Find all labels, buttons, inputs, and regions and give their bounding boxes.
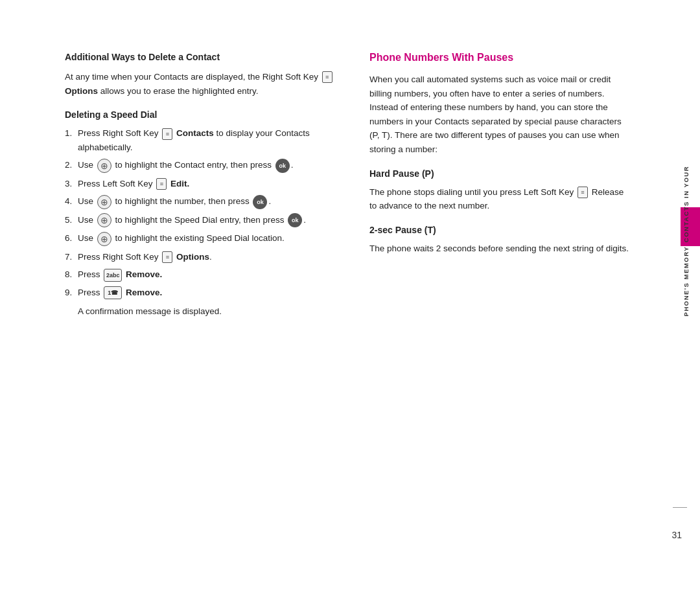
step-num-4: 4. xyxy=(65,194,78,209)
step-8: 8. Press 2abc Remove. xyxy=(65,268,337,282)
subsection-title-speed-dial: Deleting a Speed Dial xyxy=(65,109,337,120)
1oo-icon: 1☎ xyxy=(104,286,122,299)
section-paragraph-delete: At any time when your Contacts are displ… xyxy=(65,70,337,98)
step-num-2: 2. xyxy=(65,158,78,172)
hard-pause-title: Hard Pause (P) xyxy=(369,168,629,179)
nav-icon-4 xyxy=(97,232,111,246)
step-5: 5. Use to highlight the Speed Dial entry… xyxy=(65,213,337,227)
steps-list: 1. Press Right Soft Key Contacts to disp… xyxy=(65,126,337,299)
right-column: Phone Numbers With Pauses When you call … xyxy=(369,52,629,553)
step-content-8: Press 2abc Remove. xyxy=(78,268,337,282)
ok-icon-3: ok xyxy=(288,213,302,227)
step-content-5: Use to highlight the Speed Dial entry, t… xyxy=(78,213,337,227)
two-sec-pause-title: 2-sec Pause (T) xyxy=(369,225,629,235)
step-num-7: 7. xyxy=(65,250,78,264)
step-num-5: 5. xyxy=(65,213,78,227)
step-num-6: 6. xyxy=(65,231,78,245)
soft-key-icon-3 xyxy=(156,178,167,190)
step-9: 9. Press 1☎ Remove. xyxy=(65,286,337,300)
two-sec-pause-paragraph: The phone waits 2 seconds before sending… xyxy=(369,242,629,256)
nav-icon-3 xyxy=(97,213,111,227)
side-divider xyxy=(673,507,687,508)
page-number: 31 xyxy=(671,530,682,540)
step-num-8: 8. xyxy=(65,268,78,282)
soft-key-icon-1 xyxy=(322,71,332,83)
step-7: 7. Press Right Soft Key Options. xyxy=(65,250,337,264)
page-container: Additional Ways to Delete a Contact At a… xyxy=(0,0,700,592)
side-tab-text-line2: PHONE'S MEMORY xyxy=(683,246,690,316)
side-tab-text-line1: CONTACTS IN YOUR xyxy=(683,166,690,242)
step-content-9: Press 1☎ Remove. xyxy=(78,286,337,300)
step-2: 2. Use to highlight the Contact entry, t… xyxy=(65,158,337,172)
step-3: 3. Press Left Soft Key Edit. xyxy=(65,177,337,191)
step-num-9: 9. xyxy=(65,286,78,300)
nav-icon-1 xyxy=(97,159,111,173)
step-4: 4. Use to highlight the number, then pre… xyxy=(65,194,337,209)
step-content-1: Press Right Soft Key Contacts to display… xyxy=(78,126,337,154)
2abc-icon: 2abc xyxy=(104,269,122,282)
step-num-3: 3. xyxy=(65,177,78,191)
phone-numbers-paragraph: When you call automated systems such as … xyxy=(369,73,629,157)
step-num-1: 1. xyxy=(65,126,78,141)
step-content-2: Use to highlight the Contact entry, then… xyxy=(78,158,337,172)
step-content-4: Use to highlight the number, then press … xyxy=(78,194,337,209)
nav-icon-2 xyxy=(97,195,111,209)
side-tab: CONTACTS IN YOUR PHONE'S MEMORY 31 xyxy=(673,0,700,592)
phone-numbers-title: Phone Numbers With Pauses xyxy=(369,52,629,63)
soft-key-icon-5 xyxy=(578,187,588,198)
ok-icon-1: ok xyxy=(275,159,290,173)
step-6: 6. Use to highlight the existing Speed D… xyxy=(65,231,337,245)
section-title-delete: Additional Ways to Delete a Contact xyxy=(65,52,337,62)
main-content: Additional Ways to Delete a Contact At a… xyxy=(0,0,673,592)
step-content-3: Press Left Soft Key Edit. xyxy=(78,177,337,191)
step-content-6: Use to highlight the existing Speed Dial… xyxy=(78,231,337,245)
soft-key-icon-2 xyxy=(162,128,172,140)
confirmation-note: A confirmation message is displayed. xyxy=(78,306,337,316)
ok-icon-2: ok xyxy=(253,195,267,209)
side-tab-text-container: CONTACTS IN YOUR PHONE'S MEMORY xyxy=(673,162,700,317)
soft-key-icon-4 xyxy=(162,251,172,263)
step-content-7: Press Right Soft Key Options. xyxy=(78,250,337,264)
left-column: Additional Ways to Delete a Contact At a… xyxy=(65,52,337,553)
hard-pause-paragraph: The phone stops dialing until you press … xyxy=(369,185,629,213)
step-1: 1. Press Right Soft Key Contacts to disp… xyxy=(65,126,337,154)
